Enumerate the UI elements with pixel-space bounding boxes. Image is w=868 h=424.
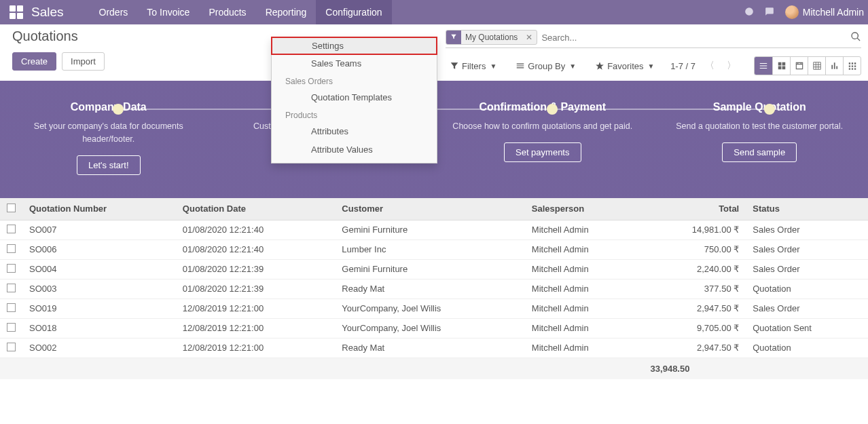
- view-calendar[interactable]: [790, 57, 808, 75]
- cell-date: 12/08/2019 12:21:00: [176, 318, 336, 338]
- nav-configuration[interactable]: Configuration: [316, 0, 391, 24]
- list-icon: [516, 61, 525, 71]
- table-row[interactable]: SO018 12/08/2019 12:21:00 YourCompany, J…: [0, 318, 868, 338]
- col-salesperson[interactable]: Salesperson: [525, 198, 644, 220]
- menu-attributes[interactable]: Attributes: [272, 122, 437, 140]
- cell-status: Quotation: [746, 279, 868, 298]
- view-activity[interactable]: [843, 57, 861, 75]
- cell-number: SO002: [22, 338, 176, 358]
- cell-salesperson: Mitchell Admin: [525, 220, 644, 239]
- table-row[interactable]: SO003 01/08/2020 12:21:39 Ready Mat Mitc…: [0, 279, 868, 298]
- cell-status: Quotation Sent: [746, 318, 868, 338]
- menu-header-sales-orders: Sales Orders: [272, 73, 437, 88]
- row-checkbox[interactable]: [7, 303, 16, 312]
- table-row[interactable]: SO019 12/08/2019 12:21:00 YourCompany, J…: [0, 298, 868, 318]
- create-button[interactable]: Create: [12, 52, 56, 71]
- cell-customer: Ready Mat: [335, 338, 524, 358]
- nav-products[interactable]: Products: [199, 0, 255, 24]
- search-filter-tag[interactable]: My Quotations ✕: [446, 30, 537, 45]
- menu-header-products: Products: [272, 107, 437, 122]
- cell-total: 2,240.00 ₹: [644, 259, 746, 279]
- funnel-icon: [446, 31, 461, 44]
- clock-icon[interactable]: [744, 7, 754, 18]
- configuration-dropdown: Settings Sales Teams Sales Orders Quotat…: [271, 37, 437, 163]
- row-checkbox[interactable]: [7, 323, 16, 332]
- pager: 1-7 / 7 〈 〉: [670, 60, 739, 72]
- onboard-title: Sample Quotation: [665, 101, 855, 113]
- cell-date: 01/08/2020 12:21:40: [176, 220, 336, 239]
- nav-reporting[interactable]: Reporting: [256, 0, 317, 24]
- cell-status: Sales Order: [746, 259, 868, 279]
- onboard-title: Company Data: [14, 101, 204, 113]
- favorites-button[interactable]: Favorites▼: [591, 59, 658, 73]
- col-date[interactable]: Quotation Date: [176, 198, 336, 220]
- onboard-title: Confirmation & Payment: [448, 101, 638, 113]
- menu-settings[interactable]: Settings: [271, 37, 437, 55]
- view-switcher: [754, 56, 861, 75]
- cell-salesperson: Mitchell Admin: [525, 239, 644, 259]
- row-checkbox[interactable]: [7, 244, 16, 253]
- menu-attribute-values[interactable]: Attribute Values: [272, 140, 437, 159]
- view-pivot[interactable]: [808, 57, 825, 75]
- col-status[interactable]: Status: [746, 198, 868, 220]
- view-kanban[interactable]: [772, 57, 790, 75]
- onboard-step-2: Confirmation & Payment Choose how to con…: [434, 101, 651, 175]
- onboard-button[interactable]: Let's start!: [77, 155, 141, 175]
- chat-icon[interactable]: [765, 7, 774, 18]
- nav-to-invoice[interactable]: To Invoice: [137, 0, 199, 24]
- import-button[interactable]: Import: [62, 52, 105, 71]
- filters-button[interactable]: Filters▼: [446, 59, 501, 73]
- cell-status: Sales Order: [746, 298, 868, 318]
- onboard-button[interactable]: Set payments: [504, 142, 581, 162]
- select-all-checkbox[interactable]: [7, 204, 16, 212]
- quotations-table: Quotation Number Quotation Date Customer…: [0, 198, 868, 379]
- nav-orders[interactable]: Orders: [90, 0, 138, 24]
- table-row[interactable]: SO004 01/08/2020 12:21:39 Gemini Furnitu…: [0, 259, 868, 279]
- cell-salesperson: Mitchell Admin: [525, 338, 644, 358]
- row-checkbox[interactable]: [7, 284, 16, 292]
- onboard-desc: Set your company's data for documents he…: [14, 120, 204, 146]
- col-customer[interactable]: Customer: [335, 198, 524, 220]
- cell-date: 01/08/2020 12:21:39: [176, 279, 336, 298]
- user-menu[interactable]: Mitchell Admin: [785, 5, 864, 19]
- search-icon[interactable]: [850, 31, 861, 44]
- cell-status: Sales Order: [746, 220, 868, 239]
- onboard-button[interactable]: Send sample: [722, 142, 797, 162]
- star-icon: [595, 61, 604, 71]
- menu-quotation-templates[interactable]: Quotation Templates: [272, 88, 437, 107]
- row-checkbox[interactable]: [7, 264, 16, 273]
- table-row[interactable]: SO006 01/08/2020 12:21:40 Lumber Inc Mit…: [0, 239, 868, 259]
- view-graph[interactable]: [825, 57, 843, 75]
- row-checkbox[interactable]: [7, 343, 16, 351]
- app-title[interactable]: Sales: [31, 5, 64, 20]
- onboard-step-3: Sample Quotation Send a quotation to tes…: [651, 101, 869, 175]
- table-row[interactable]: SO007 01/08/2020 12:21:40 Gemini Furnitu…: [0, 220, 868, 239]
- cell-salesperson: Mitchell Admin: [525, 259, 644, 279]
- cell-total: 2,947.50 ₹: [644, 298, 746, 318]
- groupby-button[interactable]: Group By▼: [511, 59, 580, 73]
- cell-customer: YourCompany, Joel Willis: [335, 318, 524, 338]
- col-total[interactable]: Total: [644, 198, 746, 220]
- cell-date: 01/08/2020 12:21:39: [176, 259, 336, 279]
- cell-customer: Gemini Furniture: [335, 259, 524, 279]
- apps-icon[interactable]: [10, 5, 23, 19]
- search-input[interactable]: [541, 33, 846, 43]
- close-icon[interactable]: ✕: [522, 31, 537, 44]
- cell-status: Quotation: [746, 338, 868, 358]
- row-checkbox[interactable]: [7, 225, 16, 233]
- cell-number: SO003: [22, 279, 176, 298]
- avatar: [785, 5, 799, 19]
- cell-total: 2,947.50 ₹: [644, 338, 746, 358]
- cell-number: SO006: [22, 239, 176, 259]
- pager-prev[interactable]: 〈: [702, 60, 717, 72]
- funnel-icon: [450, 61, 459, 71]
- cell-total: 377.50 ₹: [644, 279, 746, 298]
- onboard-desc: Choose how to confirm quotations and get…: [448, 120, 638, 133]
- table-row[interactable]: SO002 12/08/2019 12:21:00 Ready Mat Mitc…: [0, 338, 868, 358]
- cell-customer: Ready Mat: [335, 279, 524, 298]
- col-number[interactable]: Quotation Number: [22, 198, 176, 220]
- onboard-desc: Send a quotation to test the customer po…: [665, 120, 855, 133]
- pager-next[interactable]: 〉: [724, 60, 739, 72]
- view-list[interactable]: [755, 57, 772, 75]
- menu-sales-teams[interactable]: Sales Teams: [272, 54, 437, 73]
